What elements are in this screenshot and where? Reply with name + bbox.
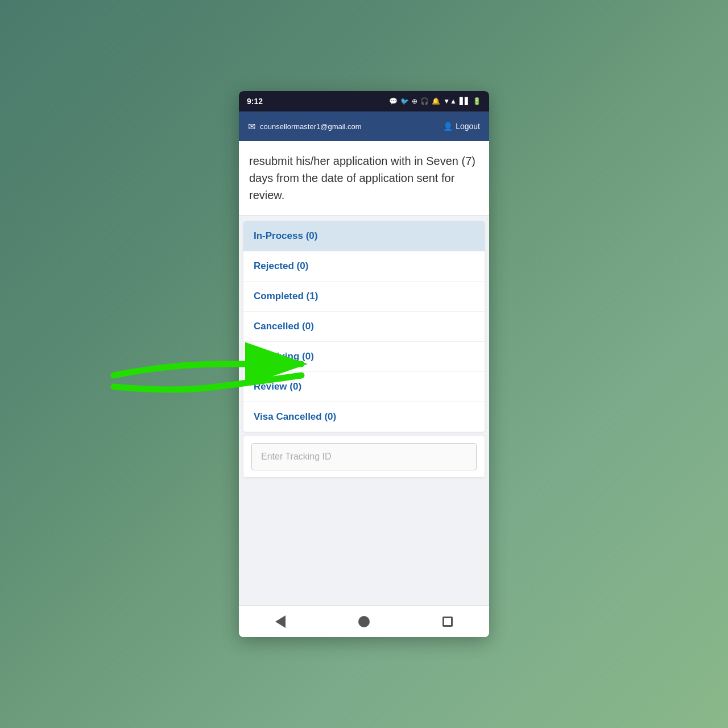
nav-email-section: ✉ counsellormaster1@gmail.com — [248, 121, 362, 132]
bottom-nav — [239, 605, 489, 637]
nav-bar: ✉ counsellormaster1@gmail.com 👤 Logout — [239, 111, 489, 141]
status-icons: 💬 🐦 ⊕ 🎧 🔔 ▼▲ ▋▋ 🔋 — [389, 97, 481, 105]
update-icon: ⊕ — [412, 97, 417, 105]
status-time: 9:12 — [247, 97, 263, 106]
info-card: resubmit his/her application with in Sev… — [239, 141, 489, 216]
twitter-icon: 🐦 — [400, 97, 409, 105]
status-item-receiving[interactable]: Receiving (0) — [243, 342, 485, 372]
tracking-card — [243, 436, 485, 477]
headset-icon: 🎧 — [420, 97, 429, 105]
status-item-cancelled[interactable]: Cancelled (0) — [243, 312, 485, 342]
status-list-card: In-Process (0) Rejected (0) Completed (1… — [243, 221, 485, 432]
status-item-visacancelled[interactable]: Visa Cancelled (0) — [243, 402, 485, 432]
back-icon — [275, 615, 286, 628]
status-bar: 9:12 💬 🐦 ⊕ 🎧 🔔 ▼▲ ▋▋ 🔋 — [239, 91, 489, 111]
status-item-review[interactable]: Review (0) — [243, 372, 485, 402]
whatsapp-icon: 💬 — [389, 97, 398, 105]
tracking-id-input[interactable] — [251, 443, 477, 470]
back-button[interactable] — [266, 611, 295, 632]
logout-user-icon: 👤 — [443, 122, 453, 131]
status-item-rejected[interactable]: Rejected (0) — [243, 251, 485, 282]
recent-button[interactable] — [433, 612, 462, 631]
recent-icon — [442, 617, 453, 627]
phone-frame: 9:12 💬 🐦 ⊕ 🎧 🔔 ▼▲ ▋▋ 🔋 ✉ counsellormaste… — [239, 91, 489, 637]
nav-email-text: counsellormaster1@gmail.com — [260, 122, 362, 131]
status-item-inprocess[interactable]: In-Process (0) — [243, 221, 485, 251]
status-item-completed[interactable]: Completed (1) — [243, 282, 485, 312]
notification-icon: 🔔 — [432, 97, 440, 105]
signal-icon: ▋▋ — [460, 97, 470, 105]
email-icon: ✉ — [248, 121, 255, 132]
home-icon — [358, 616, 370, 627]
content-area: resubmit his/her application with in Sev… — [239, 141, 489, 605]
logout-label: Logout — [456, 122, 480, 131]
battery-icon: 🔋 — [473, 97, 481, 105]
logout-button[interactable]: 👤 Logout — [443, 122, 480, 131]
wifi-icon: ▼▲ — [443, 97, 457, 105]
home-button[interactable] — [349, 611, 379, 632]
info-text: resubmit his/her application with in Sev… — [249, 152, 479, 204]
